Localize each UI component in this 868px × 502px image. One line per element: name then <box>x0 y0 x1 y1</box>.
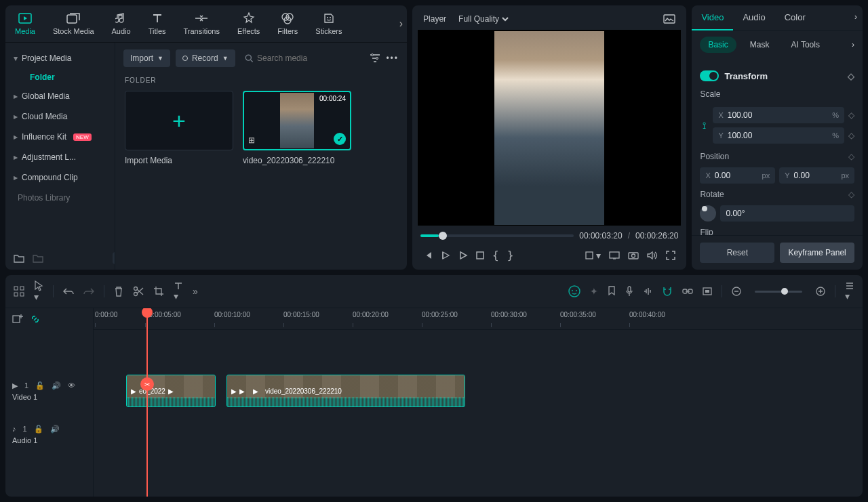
play-pause-icon[interactable] <box>441 251 450 260</box>
eye-icon[interactable]: 👁 <box>68 381 75 390</box>
cursor-icon[interactable]: ▾ <box>34 280 43 302</box>
filter-icon[interactable] <box>370 54 380 63</box>
tab-media[interactable]: Media <box>11 9 39 38</box>
link-icon[interactable] <box>682 287 693 295</box>
tab-audio-inspect[interactable]: Audio <box>733 5 774 30</box>
sidebar-item-influence-kit[interactable]: ▶Influence KitNEW <box>5 127 115 147</box>
track-link-icon[interactable] <box>30 314 41 325</box>
ai-icon[interactable] <box>568 285 580 297</box>
tab-transitions[interactable]: Transitions <box>180 9 224 38</box>
tab-color[interactable]: Color <box>775 5 815 30</box>
undo-icon[interactable] <box>63 287 74 295</box>
keyframe-icon[interactable]: ◇ <box>848 71 854 81</box>
lock-icon[interactable]: 🔓 <box>34 425 43 434</box>
media-clip-tile[interactable]: 00:00:24 ⊞ ✓ video_20220306_222210 <box>243 91 351 165</box>
record-button[interactable]: Record▼ <box>176 49 235 67</box>
sparkle-icon[interactable]: ✦ <box>590 286 598 297</box>
tab-video[interactable]: Video <box>692 5 733 30</box>
text-icon[interactable]: ▾ <box>174 281 183 301</box>
scissors-icon[interactable] <box>133 286 144 297</box>
new-folder-icon[interactable] <box>14 253 24 263</box>
subtab-mask[interactable]: Mask <box>742 37 778 53</box>
playhead[interactable]: ✂ <box>146 308 148 497</box>
zoom-out-icon[interactable] <box>732 287 741 296</box>
subtabs-more-icon[interactable]: › <box>852 40 854 49</box>
preview-viewport[interactable] <box>418 30 681 226</box>
video-track-head[interactable]: ▶1🔓🔊👁 Video 1 <box>5 369 93 413</box>
redo-icon[interactable] <box>83 287 94 295</box>
subtab-basic[interactable]: Basic <box>700 37 736 53</box>
mute-icon[interactable]: 🔊 <box>50 425 60 434</box>
volume-icon[interactable] <box>647 251 658 260</box>
new-folder-plus-icon[interactable] <box>33 253 43 263</box>
more-icon[interactable]: ••• <box>386 54 399 63</box>
display-icon[interactable] <box>609 251 620 259</box>
sidebar-item-adjustment[interactable]: ▶Adjustment L... <box>5 147 115 167</box>
sidebar-item-cloud-media[interactable]: ▶Cloud Media <box>5 106 115 127</box>
keyframe-panel-button[interactable]: Keyframe Panel <box>780 243 854 263</box>
position-x-input[interactable]: Xpx <box>700 167 775 184</box>
keyframe-icon[interactable]: ◇ <box>848 152 854 161</box>
timeline-ruler[interactable]: 0:00:00 00:00:05:00 00:00:10:00 00:00:15… <box>94 308 863 330</box>
mute-icon[interactable]: 🔊 <box>52 381 61 390</box>
tabs-more-icon[interactable]: › <box>399 18 403 30</box>
inspector-more-icon[interactable]: › <box>849 5 863 30</box>
snapshot-icon[interactable] <box>628 251 639 259</box>
delete-icon[interactable] <box>114 286 123 297</box>
tab-titles[interactable]: Titles <box>144 9 170 38</box>
mark-out-icon[interactable]: } <box>507 249 514 262</box>
audio-track-lane[interactable] <box>94 413 863 456</box>
grid-icon[interactable] <box>14 286 24 297</box>
magnet-icon[interactable] <box>662 286 673 297</box>
sidebar-item-photos[interactable]: Photos Library <box>5 188 115 208</box>
timeline-clip-2[interactable]: ▶▶▶video_20220306_222210 <box>226 375 465 407</box>
zoom-in-icon[interactable] <box>816 287 825 296</box>
keyframe-icon[interactable]: ◇ <box>848 131 854 140</box>
reset-button[interactable]: Reset <box>700 243 774 263</box>
lock-icon[interactable]: ⟟ <box>700 120 709 131</box>
track-height-icon[interactable]: ▾ <box>845 281 854 301</box>
scrub-handle[interactable] <box>439 232 447 240</box>
audio-levels-icon[interactable] <box>643 287 652 296</box>
quality-select[interactable]: Full Quality <box>456 14 511 24</box>
sidebar-item-compound[interactable]: ▶Compound Clip <box>5 167 115 188</box>
import-button[interactable]: Import▼ <box>123 49 170 67</box>
snapshot-compare-icon[interactable] <box>663 14 675 24</box>
tab-stickers[interactable]: Stickers <box>311 9 346 38</box>
scrub-bar[interactable] <box>420 234 574 237</box>
scale-y-input[interactable]: Y% <box>713 127 844 144</box>
stop-icon[interactable] <box>476 251 484 259</box>
playhead-scissors-icon[interactable]: ✂ <box>140 377 154 391</box>
import-media-tile[interactable]: + Import Media <box>125 91 233 165</box>
rotate-input[interactable] <box>720 205 854 222</box>
tab-filters[interactable]: Filters <box>273 9 302 38</box>
fullscreen-icon[interactable] <box>666 251 675 260</box>
video-track-lane[interactable]: ▶eo_2022▶ ▶▶▶video_20220306_222210 <box>94 369 863 413</box>
transform-toggle[interactable] <box>700 70 719 81</box>
mic-icon[interactable] <box>625 286 633 297</box>
tab-stock-media[interactable]: Stock Media <box>49 9 98 38</box>
timeline-clip-1[interactable]: ▶eo_2022▶ <box>126 375 216 407</box>
prev-frame-icon[interactable] <box>423 251 433 260</box>
marker-icon[interactable] <box>608 286 616 297</box>
sidebar-item-global-media[interactable]: ▶Global Media <box>5 86 115 106</box>
crop-icon[interactable] <box>153 286 164 297</box>
scale-x-input[interactable]: X% <box>713 107 844 123</box>
aspect-dropdown-icon[interactable]: ▾ <box>585 250 601 261</box>
sidebar-item-project-media[interactable]: ▶Project Media <box>5 48 115 68</box>
mark-in-icon[interactable]: { <box>492 249 499 262</box>
keyframe-icon[interactable]: ◇ <box>848 110 854 120</box>
sidebar-item-folder[interactable]: Folder <box>5 68 115 86</box>
zoom-slider[interactable] <box>755 291 802 293</box>
rotate-dial[interactable] <box>700 205 716 222</box>
track-add-icon[interactable] <box>12 314 23 325</box>
tab-effects[interactable]: Effects <box>233 9 264 38</box>
search-input[interactable] <box>241 49 365 67</box>
position-y-input[interactable]: Ypx <box>779 167 854 184</box>
play-icon[interactable] <box>458 251 468 260</box>
lock-icon[interactable]: 🔓 <box>35 381 45 390</box>
audio-track-head[interactable]: ♪1🔓🔊 Audio 1 <box>5 413 93 456</box>
mask-icon[interactable] <box>703 287 712 295</box>
tab-audio[interactable]: Audio <box>108 9 135 38</box>
more-tools-icon[interactable]: » <box>193 286 198 297</box>
